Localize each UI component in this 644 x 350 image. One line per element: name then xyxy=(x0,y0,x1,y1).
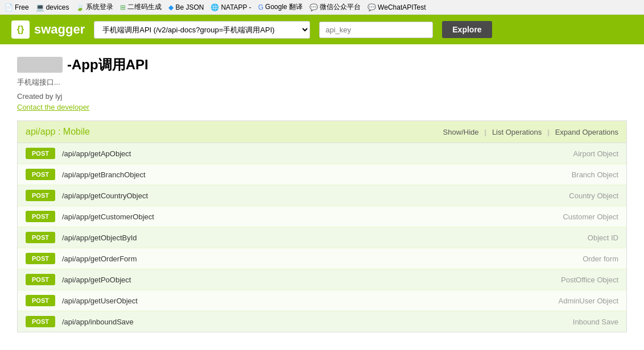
endpoints-list: POST /api/app/getApObject Airport Object… xyxy=(18,143,626,332)
api-path: /api/app/getUserObject xyxy=(62,297,559,305)
wechat-icon: 💬 xyxy=(309,3,318,11)
api-key-input[interactable] xyxy=(319,22,433,38)
table-row[interactable]: POST /api/app/getUserObject AdminUser Ob… xyxy=(18,290,626,311)
api-path: /api/app/getBranchObject xyxy=(62,170,572,179)
swagger-title: swagger xyxy=(34,22,85,37)
browser-item-syslogin[interactable]: 🍃 系统登录 xyxy=(76,2,113,12)
leaf-icon: 🍃 xyxy=(76,3,84,11)
wechat2-icon: 💬 xyxy=(368,3,376,11)
table-row[interactable]: POST /api/app/getCustomerObject Customer… xyxy=(18,206,626,227)
browser-item-natapp[interactable]: 🌐 NATAPP - xyxy=(210,3,251,11)
table-row[interactable]: POST /api/app/getOrderForm Order form xyxy=(18,248,626,269)
method-badge: POST xyxy=(26,190,55,201)
browser-item-bejson[interactable]: ◆ Be JSON xyxy=(168,3,204,11)
api-description: Order form xyxy=(583,255,618,263)
api-section-header: api/app : Mobile Show/Hide | List Operat… xyxy=(18,121,626,143)
api-description: AdminUser Object xyxy=(559,297,618,305)
method-badge: POST xyxy=(26,211,55,222)
browser-item-devices[interactable]: 💻 devices xyxy=(36,3,69,11)
method-badge: POST xyxy=(26,169,55,180)
api-path: /api/app/getCountryObject xyxy=(62,191,569,200)
table-row[interactable]: POST /api/app/inboundSave Inbound Save xyxy=(18,311,626,332)
api-url-select[interactable]: 手机端调用API (/v2/api-docs?group=手机端调用API) xyxy=(94,21,310,39)
method-badge: POST xyxy=(26,295,55,306)
table-row[interactable]: POST /api/app/getPoObject PostOffice Obj… xyxy=(18,269,626,290)
api-section: api/app : Mobile Show/Hide | List Operat… xyxy=(17,120,627,332)
method-badge: POST xyxy=(26,253,55,264)
expand-operations-link[interactable]: Expand Operations xyxy=(555,128,618,136)
api-description: Country Object xyxy=(569,191,618,200)
table-row[interactable]: POST /api/app/getApObject Airport Object xyxy=(18,143,626,164)
devices-icon: 💻 xyxy=(36,3,44,11)
google-icon: G xyxy=(258,3,263,11)
browser-item-google[interactable]: G Google 翻译 xyxy=(258,2,303,12)
show-hide-link[interactable]: Show/Hide xyxy=(443,128,479,136)
api-description: Branch Object xyxy=(572,170,618,179)
browser-item-wechatapi[interactable]: 💬 WeChatAPITest xyxy=(368,3,426,11)
api-path: /api/app/getApObject xyxy=(62,149,573,158)
api-subtitle: 手机端接口... xyxy=(17,77,627,88)
api-created-by: Created by lyj xyxy=(17,92,627,101)
swagger-logo: {} swagger xyxy=(11,20,85,39)
table-row[interactable]: POST /api/app/getCountryObject Country O… xyxy=(18,185,626,206)
list-operations-link[interactable]: List Operations xyxy=(492,128,542,136)
browser-item-qrcode[interactable]: ⊞ 二维码生成 xyxy=(120,2,162,12)
method-badge: POST xyxy=(26,148,55,159)
api-description: Inbound Save xyxy=(573,318,618,326)
api-path: /api/app/getOrderForm xyxy=(62,255,583,263)
api-title-block: -App调用API xyxy=(17,56,627,74)
api-description: Object ID xyxy=(588,234,618,242)
method-badge: POST xyxy=(26,274,55,285)
file-icon: 📄 xyxy=(5,3,13,11)
api-section-colon: : xyxy=(58,127,63,136)
api-description: Airport Object xyxy=(573,149,618,158)
api-section-title: api/app : Mobile xyxy=(26,127,90,137)
browser-item-free[interactable]: 📄 Free xyxy=(5,3,29,11)
api-description: PostOffice Object xyxy=(561,276,618,284)
api-description: Customer Object xyxy=(563,213,618,221)
grid-icon: ⊞ xyxy=(120,3,126,11)
natapp-icon: 🌐 xyxy=(210,3,219,11)
api-title-text: -App调用API xyxy=(67,56,148,74)
browser-item-wechat[interactable]: 💬 微信公众平台 xyxy=(309,2,361,12)
diamond-icon: ◆ xyxy=(168,3,174,11)
method-badge: POST xyxy=(26,232,55,243)
api-path: /api/app/getPoObject xyxy=(62,276,561,284)
browser-toolbar: 📄 Free 💻 devices 🍃 系统登录 ⊞ 二维码生成 ◆ Be JSO… xyxy=(0,0,644,15)
explore-button[interactable]: Explore xyxy=(442,21,492,38)
api-title-logo xyxy=(17,57,63,73)
table-row[interactable]: POST /api/app/getObjectById Object ID xyxy=(18,227,626,248)
api-path: /api/app/getCustomerObject xyxy=(62,213,563,221)
swagger-logo-icon: {} xyxy=(11,20,30,39)
api-section-controls: Show/Hide | List Operations | Expand Ope… xyxy=(443,128,618,136)
api-path: /api/app/inboundSave xyxy=(62,318,573,326)
swagger-header: {} swagger 手机端调用API (/v2/api-docs?group=… xyxy=(0,15,644,44)
table-row[interactable]: POST /api/app/getBranchObject Branch Obj… xyxy=(18,164,626,185)
method-badge: POST xyxy=(26,316,55,327)
contact-link[interactable]: Contact the developer xyxy=(17,103,627,111)
api-path: /api/app/getObjectById xyxy=(62,234,588,242)
main-content: -App调用API 手机端接口... Created by lyj Contac… xyxy=(0,44,644,349)
